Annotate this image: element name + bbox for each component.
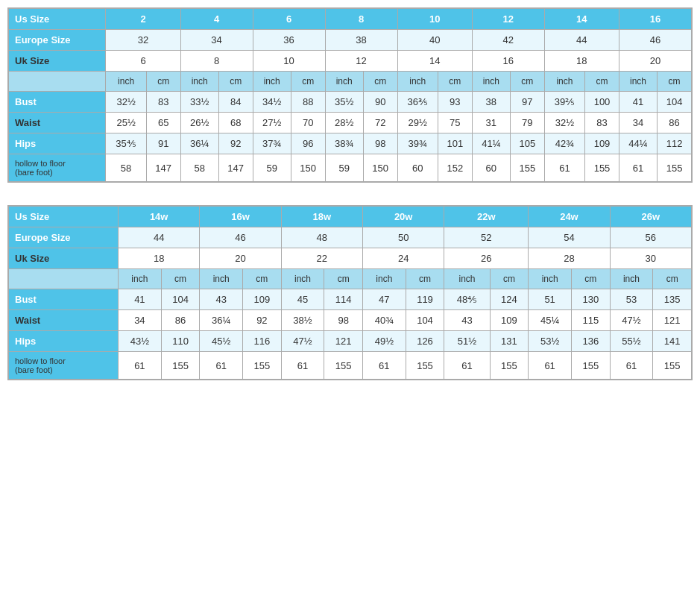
hollow-inch-3: 59 <box>253 154 291 182</box>
eu2-46: 46 <box>200 227 281 248</box>
waist-inch-4: 28½ <box>325 113 363 133</box>
unit2-inch-7: inch <box>610 269 653 289</box>
waist2-inch-1: 34 <box>119 310 162 331</box>
hollow-cm-6: 155 <box>510 154 544 182</box>
hollow2-inch-1: 61 <box>119 352 162 380</box>
uk-16: 16 <box>472 51 544 72</box>
waist-cm-7: 83 <box>585 113 619 133</box>
bust2-inch-1: 41 <box>119 289 162 310</box>
uk-size-row-2: Uk Size 18 20 22 24 26 28 30 <box>9 248 692 269</box>
uk2-24: 24 <box>363 248 444 269</box>
hollow2-cm-5: 155 <box>490 352 529 380</box>
hips-inch-6: 41¼ <box>472 133 510 154</box>
bust-inch-2: 33½ <box>180 92 218 113</box>
hollow2-cm-7: 155 <box>653 352 692 380</box>
unit-cm-3: cm <box>291 72 325 92</box>
hips2-cm-6: 136 <box>571 331 610 352</box>
hollow2-cm-1: 155 <box>161 352 200 380</box>
waist-inch-2: 26½ <box>180 113 218 133</box>
hollow2-inch-2: 61 <box>200 352 243 380</box>
hips-inch-1: 35⅘ <box>106 133 146 154</box>
hips2-inch-7: 55½ <box>610 331 653 352</box>
hips2-inch-1: 43½ <box>119 331 162 352</box>
hips2-inch-6: 53½ <box>529 331 572 352</box>
waist2-inch-7: 47½ <box>610 310 653 331</box>
hips2-inch-4: 49½ <box>363 331 406 352</box>
bust2-inch-4: 47 <box>363 289 406 310</box>
unit2-inch-6: inch <box>529 269 572 289</box>
us-24w: 24w <box>529 207 610 227</box>
bust-row: Bust 32½ 83 33½ 84 34½ 88 35½ 90 36⅗ 93 … <box>9 92 692 113</box>
uk2-26: 26 <box>444 248 529 269</box>
bust-label: Bust <box>9 92 106 113</box>
size-table-1: Us Size 2 4 6 8 10 12 14 16 Europe Size … <box>7 7 693 183</box>
waist-cm-8: 86 <box>658 113 692 133</box>
us-size-8: 8 <box>325 9 397 30</box>
us-size-10: 10 <box>397 9 472 30</box>
bust2-cm-6: 130 <box>571 289 610 310</box>
bust-cm-4: 90 <box>363 92 397 113</box>
unit-cm-5: cm <box>438 72 472 92</box>
bust-cm-6: 97 <box>510 92 544 113</box>
hips-row: Hips 35⅘ 91 36¼ 92 37¾ 96 38¾ 98 39¾ 101… <box>9 133 692 154</box>
hollow-cm-5: 152 <box>438 154 472 182</box>
uk-12: 12 <box>325 51 397 72</box>
bust2-inch-3: 45 <box>281 289 324 310</box>
waist2-cm-3: 98 <box>324 310 363 331</box>
hollow-label: hollow to floor(bare foot) <box>9 154 106 182</box>
uk-size-row: Uk Size 6 8 10 12 14 16 18 20 <box>9 51 692 72</box>
waist-inch-6: 31 <box>472 113 510 133</box>
hips2-cm-5: 131 <box>490 331 529 352</box>
unit-empty-2 <box>9 269 119 289</box>
unit-inch-1: inch <box>106 72 146 92</box>
uk-18: 18 <box>544 51 619 72</box>
waist-inch-3: 27½ <box>253 113 291 133</box>
waist-row: Waist 25½ 65 26½ 68 27½ 70 28½ 72 29½ 75… <box>9 113 692 133</box>
unit2-cm-6: cm <box>571 269 610 289</box>
hips-cm-2: 92 <box>218 133 253 154</box>
hollow-cm-2: 147 <box>218 154 253 182</box>
unit-cm-6: cm <box>510 72 544 92</box>
hollow-inch-2: 58 <box>180 154 218 182</box>
hollow-cm-7: 155 <box>585 154 619 182</box>
bust-inch-1: 32½ <box>106 92 146 113</box>
uk-8: 8 <box>180 51 253 72</box>
waist2-inch-4: 40¾ <box>363 310 406 331</box>
hollow2-cm-2: 155 <box>243 352 282 380</box>
waist-cm-4: 72 <box>363 113 397 133</box>
uk2-22: 22 <box>281 248 362 269</box>
bust-inch-5: 36⅗ <box>397 92 438 113</box>
unit-cm-2: cm <box>218 72 253 92</box>
eu-32: 32 <box>106 30 180 51</box>
unit2-inch-1: inch <box>119 269 162 289</box>
us-26w: 26w <box>610 207 691 227</box>
hips2-inch-2: 45½ <box>200 331 243 352</box>
unit2-inch-5: inch <box>444 269 490 289</box>
uk2-28: 28 <box>529 248 610 269</box>
bust2-cm-1: 104 <box>161 289 200 310</box>
unit2-inch-2: inch <box>200 269 243 289</box>
bust2-cm-4: 119 <box>406 289 444 310</box>
hollow-cm-4: 150 <box>363 154 397 182</box>
eu2-52: 52 <box>444 227 529 248</box>
bust-row-2: Bust 41 104 43 109 45 114 47 119 48⅘ 124… <box>9 289 692 310</box>
uk2-30: 30 <box>610 248 691 269</box>
uk-size-label: Uk Size <box>9 51 106 72</box>
waist2-inch-2: 36¼ <box>200 310 243 331</box>
waist2-cm-6: 115 <box>571 310 610 331</box>
bust-inch-7: 39⅖ <box>544 92 584 113</box>
hollow-cm-8: 155 <box>658 154 692 182</box>
hollow-inch-6: 60 <box>472 154 510 182</box>
hips-cm-5: 101 <box>438 133 472 154</box>
eu-44: 44 <box>544 30 619 51</box>
us-size-2: 2 <box>106 9 180 30</box>
waist2-cm-5: 109 <box>490 310 529 331</box>
unit-cm-7: cm <box>585 72 619 92</box>
bust-inch-6: 38 <box>472 92 510 113</box>
us-20w: 20w <box>363 207 444 227</box>
waist-inch-7: 32½ <box>544 113 584 133</box>
unit2-cm-3: cm <box>324 269 363 289</box>
bust-cm-7: 100 <box>585 92 619 113</box>
waist-inch-8: 34 <box>619 113 657 133</box>
hips-cm-3: 96 <box>291 133 325 154</box>
